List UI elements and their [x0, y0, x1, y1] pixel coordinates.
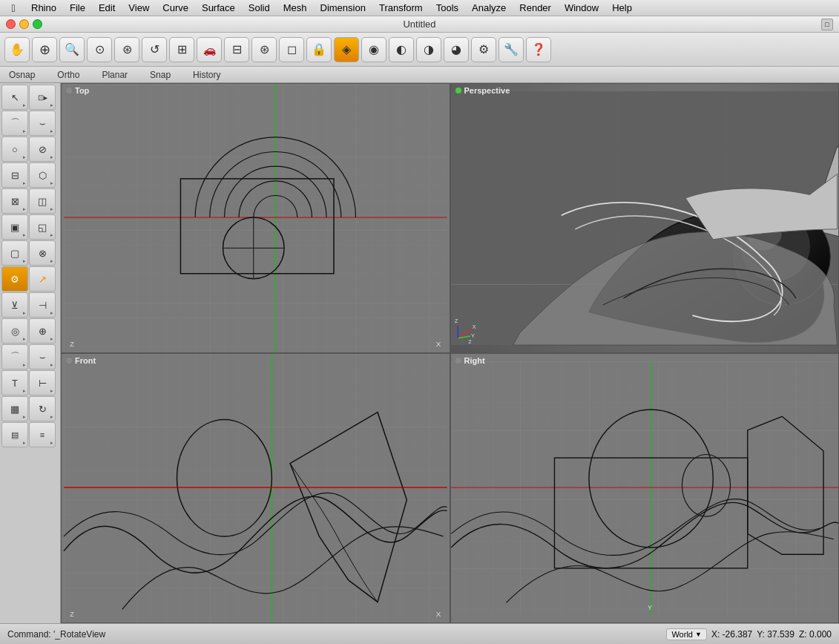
viewport-perspective[interactable]: Perspective — [450, 83, 840, 353]
toolbar-mesh-display[interactable]: ⊟ — [224, 37, 249, 62]
toolbar-select[interactable]: ◻ — [279, 37, 304, 62]
lt-layer[interactable]: ▤▸ — [1, 422, 28, 447]
menu-mesh[interactable]: Mesh — [277, 1, 313, 14]
toolbar-material[interactable]: ◈ — [334, 37, 359, 62]
snap-planar[interactable]: Planar — [102, 70, 128, 80]
lt-cylinder[interactable]: ⊗▸ — [29, 240, 56, 266]
lt-rotate[interactable]: ↻▸ — [29, 396, 56, 421]
lt-fillet[interactable]: ⌒▸ — [1, 344, 28, 369]
snap-snap[interactable]: Snap — [150, 70, 171, 80]
toolbar-tools2[interactable]: 🔧 — [499, 37, 524, 62]
viewports: Top — [61, 83, 839, 623]
menu-edit[interactable]: Edit — [93, 1, 121, 14]
viewport-top-content: Z X — [62, 84, 450, 352]
menu-solid[interactable]: Solid — [243, 1, 276, 14]
svg-text:2: 2 — [468, 338, 471, 345]
menu-surface[interactable]: Surface — [196, 1, 241, 14]
toolbar-grid[interactable]: ⊞ — [169, 37, 194, 62]
lt-gears[interactable]: ⚙ — [1, 266, 28, 292]
menu-help[interactable]: Help — [606, 1, 638, 14]
lt-dim[interactable]: ⊢▸ — [29, 370, 56, 395]
toolbar-display2[interactable]: ◑ — [416, 37, 441, 62]
viewport-front-content: Z X — [62, 354, 450, 622]
lt-box[interactable]: ▣▸ — [1, 214, 28, 240]
lt-props[interactable]: ≡▸ — [29, 422, 56, 447]
lt-boolean[interactable]: ◎▸ — [1, 318, 28, 344]
lt-select[interactable]: ↖▸ — [1, 85, 28, 110]
maximize-button[interactable] — [33, 19, 42, 29]
minimize-button[interactable] — [19, 19, 29, 29]
toolbar-color-wheel[interactable]: ◉ — [361, 37, 386, 62]
toolbar-display-mode[interactable]: ◐ — [389, 37, 414, 62]
toolbar-render-preview[interactable]: ◕ — [444, 37, 469, 62]
toolbar-rotate[interactable]: ↺ — [142, 37, 167, 62]
menu-curve[interactable]: Curve — [157, 1, 194, 14]
coord-system-label: World — [671, 630, 693, 639]
apple-menu[interactable]:  — [6, 2, 21, 14]
coord-x: X: -26.387 — [711, 629, 752, 640]
lt-point[interactable]: ⊠▸ — [1, 188, 28, 214]
lt-surface[interactable]: ◫▸ — [29, 188, 56, 214]
lt-text[interactable]: T▸ — [1, 370, 28, 395]
svg-text:X: X — [436, 340, 441, 348]
menu-tools[interactable]: Tools — [430, 1, 464, 14]
toolbar-navigate[interactable]: ⊕ — [32, 37, 57, 62]
lt-curve2[interactable]: ⌣▸ — [29, 111, 56, 136]
snap-ortho[interactable]: Ortho — [57, 70, 79, 80]
toolbar-pan[interactable]: ✋ — [4, 37, 30, 62]
toolbar-drive[interactable]: 🚗 — [197, 37, 222, 62]
lt-solid[interactable]: ▢▸ — [1, 240, 28, 266]
lt-arrow[interactable]: ↗ — [29, 266, 56, 292]
viewport-top[interactable]: Top — [61, 83, 450, 353]
toolbar-lock[interactable]: 🔒 — [306, 37, 332, 62]
lt-boolean2[interactable]: ⊕▸ — [29, 318, 56, 344]
viewport-perspective-content: X Y Z 2 — [451, 84, 839, 352]
toolbar-zoom-in[interactable]: ⊙ — [87, 37, 112, 62]
viewport-right-label: Right — [455, 356, 485, 365]
lt-hatch[interactable]: ▦▸ — [1, 396, 28, 421]
lt-curve[interactable]: ⌒▸ — [1, 111, 28, 136]
menu-file[interactable]: File — [64, 1, 91, 14]
viewport-right-content: Y — [451, 354, 839, 622]
toolbar-zoom-window[interactable]: ⊛ — [114, 37, 139, 62]
svg-text:Z: Z — [70, 340, 74, 348]
menu-window[interactable]: Window — [559, 1, 605, 14]
menu-dimension[interactable]: Dimension — [315, 1, 372, 14]
viewport-dot-active — [455, 88, 461, 93]
lt-polygon[interactable]: ⬡▸ — [29, 162, 56, 188]
toolbar-pan2[interactable]: ⊛ — [251, 37, 277, 62]
lt-extrude[interactable]: ◱▸ — [29, 214, 56, 240]
lt-ellipse[interactable]: ⊘▸ — [29, 137, 56, 162]
viewport-right-dot — [455, 358, 461, 364]
lt-split[interactable]: ⊣▸ — [29, 292, 56, 318]
coord-system-dropdown[interactable]: World ▼ — [666, 628, 706, 640]
left-toolbar: ↖▸⊡▸▸ ⌒▸⌣▸ ○▸⊘▸ ⊟▸⬡▸ ⊠▸◫▸ ▣▸◱▸ ▢▸⊗▸ ⚙↗ ⊻… — [0, 83, 61, 623]
snap-osnap[interactable]: Osnap — [9, 70, 35, 80]
menu-analyze[interactable]: Analyze — [466, 1, 512, 14]
close-button[interactable] — [6, 19, 16, 29]
toolbar-help[interactable]: ❓ — [526, 37, 551, 62]
snap-history[interactable]: History — [193, 70, 220, 80]
menu-view[interactable]: View — [122, 1, 155, 14]
lt-trim[interactable]: ⊻▸ — [1, 292, 28, 318]
lt-select2[interactable]: ⊡▸▸ — [29, 85, 56, 110]
toolbar-zoom-extents[interactable]: 🔍 — [59, 37, 85, 62]
viewport-right[interactable]: Right — [450, 353, 840, 623]
coord-system-arrow: ▼ — [695, 631, 702, 638]
viewport-top-label: Top — [66, 86, 89, 95]
toolbar-settings[interactable]: ⚙ — [471, 37, 496, 62]
lt-blend[interactable]: ⌣▸ — [29, 344, 56, 369]
zoom-icon[interactable]: □ — [821, 19, 833, 30]
menu-render[interactable]: Render — [513, 1, 557, 14]
viewport-front[interactable]: Front — [61, 353, 450, 623]
viewport-front-label: Front — [66, 356, 96, 365]
titlebar: Untitled □ — [0, 16, 839, 33]
menu-transform[interactable]: Transform — [373, 1, 429, 14]
svg-text:Z: Z — [454, 318, 458, 324]
lt-rect[interactable]: ⊟▸ — [1, 162, 28, 188]
coord-z: Z: 0.000 — [799, 629, 832, 640]
viewport-dot — [66, 88, 72, 93]
menu-rhino[interactable]: Rhino — [25, 1, 62, 14]
menubar:  Rhino File Edit View Curve Surface Sol… — [0, 0, 839, 16]
lt-circle[interactable]: ○▸ — [1, 137, 28, 162]
